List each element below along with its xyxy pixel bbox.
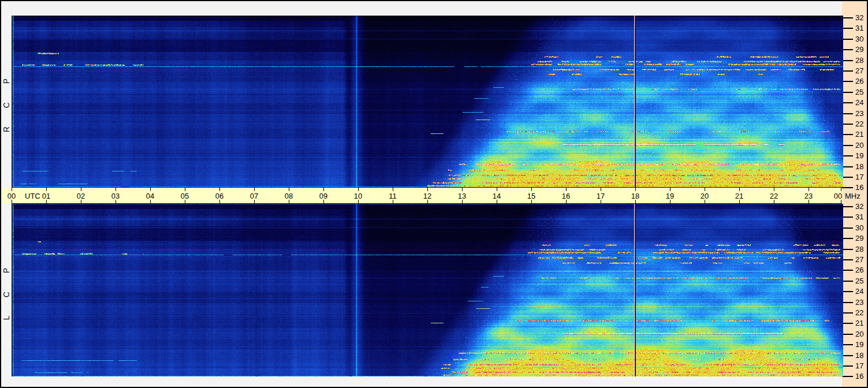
freq-tick — [842, 344, 853, 345]
freq-label: 27 — [855, 255, 867, 264]
time-label: 00 — [834, 192, 842, 200]
time-tick — [12, 188, 12, 191]
time-label: 11 — [389, 192, 397, 200]
time-tick — [841, 188, 841, 191]
freq-tick — [842, 39, 853, 40]
freq-tick — [842, 60, 853, 61]
freq-tick — [842, 270, 853, 271]
time-label: 16 — [562, 192, 570, 200]
freq-tick — [842, 302, 853, 303]
freq-tick — [842, 187, 853, 188]
time-label: 20 — [701, 192, 709, 200]
freq-label: 20 — [855, 141, 867, 150]
freq-tick — [842, 113, 853, 114]
time-label: 23 — [804, 192, 813, 200]
freq-label: 31 — [855, 212, 867, 221]
time-tick — [427, 188, 428, 191]
time-label: 14 — [493, 192, 501, 200]
bottom-margin — [1, 376, 842, 387]
time-tick — [46, 188, 47, 191]
time-tick — [150, 188, 151, 191]
freq-tick — [842, 28, 853, 29]
freq-tick — [842, 238, 853, 239]
time-tick — [705, 188, 705, 191]
freq-label: 32 — [855, 13, 867, 22]
time-tick — [497, 188, 497, 191]
freq-label: 29 — [855, 45, 867, 54]
freq-tick — [842, 355, 853, 356]
freq-tick — [842, 291, 853, 292]
time-label: 13 — [458, 192, 466, 200]
time-tick — [358, 188, 359, 191]
freq-tick — [842, 124, 853, 125]
freq-label: 22 — [855, 308, 867, 317]
mhz-unit-label: MHz — [845, 192, 860, 200]
time-label: 01 — [42, 192, 50, 200]
freq-tick — [842, 376, 853, 377]
freq-label: 23 — [855, 109, 867, 118]
freq-tick — [842, 323, 853, 324]
freq-label: 22 — [855, 120, 867, 128]
time-label: 15 — [527, 192, 535, 200]
freq-tick — [842, 92, 853, 93]
time-tick — [116, 188, 116, 191]
freq-tick — [842, 217, 853, 218]
freq-label: 31 — [855, 24, 867, 32]
freq-label: 29 — [855, 234, 867, 242]
time-tick — [254, 188, 255, 191]
freq-label: 24 — [855, 287, 867, 296]
time-axis: UTC 000102030405060708091011121314151617… — [1, 188, 842, 203]
time-tick — [670, 188, 670, 191]
time-label: 02 — [77, 192, 85, 200]
rcp-label-area: R C P — [1, 16, 12, 187]
freq-label: 28 — [855, 56, 867, 65]
freq-tick — [842, 365, 853, 367]
freq-label: 17 — [855, 173, 867, 181]
freq-label: 19 — [855, 340, 867, 349]
time-tick — [323, 188, 324, 191]
time-tick — [219, 188, 220, 191]
freq-tick — [842, 145, 853, 146]
freq-tick — [842, 49, 853, 50]
time-tick — [739, 188, 740, 191]
time-tick — [566, 188, 567, 191]
freq-tick — [842, 177, 853, 178]
time-tick — [462, 188, 463, 191]
freq-tick — [842, 102, 853, 103]
rcp-label: R C P — [2, 70, 11, 132]
freq-label: 16 — [855, 372, 867, 380]
time-label: 06 — [215, 192, 223, 200]
freq-label: 30 — [855, 35, 867, 43]
spectrogram-lcp — [12, 204, 843, 376]
freq-label: 32 — [855, 202, 867, 211]
freq-tick — [842, 249, 853, 250]
freq-label: 20 — [855, 330, 867, 338]
freq-label: 25 — [855, 88, 867, 96]
freq-label: 28 — [855, 245, 867, 253]
freq-tick — [842, 17, 853, 18]
freq-label: 21 — [855, 130, 867, 139]
time-tick — [601, 188, 601, 191]
time-tick — [635, 188, 636, 191]
time-label: 22 — [770, 192, 778, 200]
freq-tick — [842, 312, 853, 314]
time-tick — [289, 188, 289, 191]
freq-label: 16 — [855, 183, 867, 192]
time-label: 03 — [111, 192, 120, 200]
time-label: 12 — [423, 192, 431, 200]
time-label: 10 — [354, 192, 362, 200]
freq-label: 26 — [855, 266, 867, 274]
time-label: 09 — [319, 192, 327, 200]
app-window: AJ4CO Observatory 25 Nov 2020 - DPS on T… — [0, 0, 868, 388]
freq-label: 30 — [855, 223, 867, 232]
time-label: 17 — [597, 192, 605, 200]
freq-tick — [842, 81, 853, 82]
lcp-label: L C P — [2, 260, 11, 320]
freq-tick — [842, 134, 853, 135]
freq-tick — [842, 206, 853, 207]
time-tick — [531, 188, 532, 191]
time-label: 08 — [285, 192, 293, 200]
freq-label: 23 — [855, 298, 867, 307]
time-label: 07 — [250, 192, 258, 200]
time-label: 18 — [631, 192, 639, 200]
